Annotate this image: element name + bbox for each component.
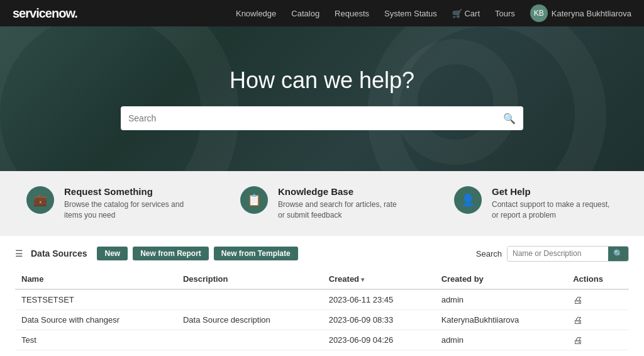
table-row: TESTSET 2023-06-09 04:25 admin 🖨 (15, 350, 629, 356)
cell-description (177, 330, 323, 350)
cell-created: 2023-06-09 04:25 (323, 350, 435, 356)
nav-knowledge[interactable]: Knowledge (236, 9, 276, 18)
avatar: KB (530, 4, 548, 22)
action-icon[interactable]: 🖨 (573, 314, 582, 325)
services-section: 💼 Request Something Browse the catalog f… (0, 171, 644, 236)
hero-search-button[interactable]: 🔍 (503, 113, 516, 125)
hero-search-bar: 🔍 (121, 106, 523, 130)
table-search-box: 🔍 (507, 246, 629, 262)
knowledge-title: Knowledge Base (278, 186, 404, 197)
cell-created-by: admin (435, 289, 567, 310)
nav-catalog[interactable]: Catalog (291, 9, 319, 18)
search-label: Search (476, 249, 502, 259)
cell-actions: 🖨 (567, 350, 629, 356)
table-search-button[interactable]: 🔍 (608, 247, 628, 261)
col-created-by: Created by (435, 269, 567, 289)
cell-created-by: admin (435, 330, 567, 350)
request-title: Request Something (64, 186, 190, 197)
table-row: TESTSETSET 2023-06-11 23:45 admin 🖨 (15, 289, 629, 310)
col-name: Name (15, 269, 177, 289)
table-row: Test 2023-06-09 04:26 admin 🖨 (15, 330, 629, 350)
service-request[interactable]: 💼 Request Something Browse the catalog f… (26, 186, 190, 221)
knowledge-desc: Browse and search for articles, rate or … (278, 199, 404, 221)
hero-search-input[interactable] (128, 113, 503, 123)
cell-description (177, 350, 323, 356)
cell-created: 2023-06-09 04:26 (323, 330, 435, 350)
cell-actions: 🖨 (567, 309, 629, 330)
table-toolbar: ☰ Data Sources New New from Report New f… (15, 246, 629, 262)
cell-actions: 🖨 (567, 330, 629, 350)
hero-decoration (392, 39, 518, 165)
hero-title: How can we help? (230, 67, 414, 94)
username: Kateryna Bukhtliarova (552, 9, 631, 18)
hamburger-icon: ☰ (15, 248, 23, 259)
service-help[interactable]: 👤 Get Help Contact support to make a req… (454, 186, 618, 221)
navbar: servicenow. Knowledge Catalog Requests S… (0, 0, 644, 26)
col-created[interactable]: Created (323, 269, 435, 289)
cell-created-by: admin (435, 350, 567, 356)
table-title: Data Sources (31, 248, 87, 259)
data-table: Name Description Created Created by Acti… (15, 269, 629, 356)
new-from-template-button[interactable]: New from Template (214, 247, 298, 260)
cell-actions: 🖨 (567, 289, 629, 310)
help-icon: 👤 (454, 186, 482, 214)
cell-name: Data Source with changesr (15, 309, 177, 330)
cell-created: 2023-06-11 23:45 (323, 289, 435, 310)
col-actions: Actions (567, 269, 629, 289)
action-icon[interactable]: 🖨 (573, 335, 582, 345)
nav-links: Knowledge Catalog Requests System Status… (236, 4, 631, 22)
col-description: Description (177, 269, 323, 289)
table-search-input[interactable] (508, 247, 608, 260)
nav-requests[interactable]: Requests (335, 9, 369, 18)
table-section: ☰ Data Sources New New from Report New f… (0, 236, 644, 356)
help-desc: Contact support to make a request, or re… (492, 199, 618, 221)
service-knowledge[interactable]: 📋 Knowledge Base Browse and search for a… (240, 186, 404, 221)
table-row: Data Source with changesr Data Source de… (15, 309, 629, 330)
new-from-report-button[interactable]: New from Report (133, 247, 209, 260)
new-button[interactable]: New (97, 247, 128, 260)
cell-description: Data Source description (177, 309, 323, 330)
cell-description (177, 289, 323, 310)
cell-created-by: KaterynaBukhtiiarova (435, 309, 567, 330)
cell-name: Test (15, 330, 177, 350)
nav-tours[interactable]: Tours (495, 9, 515, 18)
hero-section: How can we help? 🔍 (0, 26, 644, 171)
nav-cart[interactable]: 🛒 Cart (452, 9, 480, 18)
help-title: Get Help (492, 186, 618, 197)
user-menu[interactable]: KB Kateryna Bukhtliarova (530, 4, 631, 22)
nav-system-status[interactable]: System Status (384, 9, 437, 18)
request-icon: 💼 (26, 186, 54, 214)
cell-created: 2023-06-09 08:33 (323, 309, 435, 330)
cell-name: TESTSET (15, 350, 177, 356)
action-icon[interactable]: 🖨 (573, 294, 582, 305)
knowledge-icon: 📋 (240, 186, 268, 214)
table-header-row: Name Description Created Created by Acti… (15, 269, 629, 289)
request-desc: Browse the catalog for services and item… (64, 199, 190, 221)
logo: servicenow. (13, 6, 77, 21)
cell-name: TESTSETSET (15, 289, 177, 310)
